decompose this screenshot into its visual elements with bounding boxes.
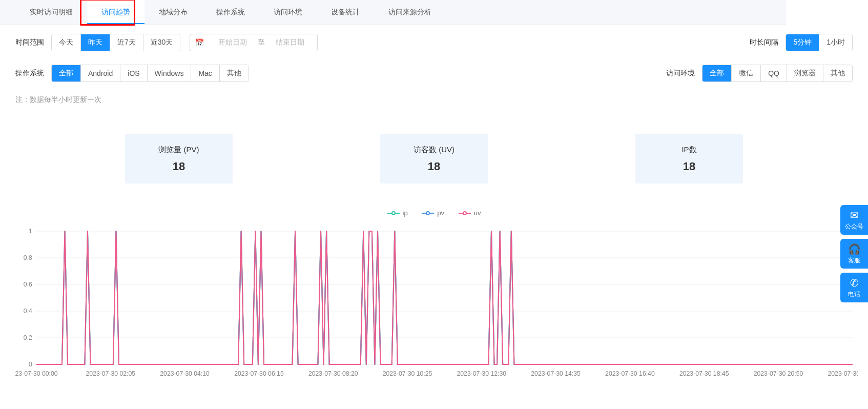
svg-text:0.8: 0.8	[24, 254, 32, 261]
os-other[interactable]: 其他	[220, 65, 249, 81]
svg-text:23-07-30 00:00: 23-07-30 00:00	[15, 370, 58, 377]
os-windows[interactable]: Windows	[148, 65, 192, 81]
svg-text:2023-07-30 06:15: 2023-07-30 06:15	[234, 370, 284, 377]
wechat-icon: ✉	[850, 209, 859, 221]
env-label: 访问环境	[666, 69, 695, 78]
float-wechat[interactable]: ✉公众号	[840, 205, 868, 235]
os-ios[interactable]: iOS	[120, 65, 147, 81]
stats-row: 浏览量 (PV) 18 访客数 (UV) 18 IP数 18	[0, 114, 868, 194]
chart-legend: ip pv uv	[10, 209, 858, 218]
refresh-note: 注：数据每半小时更新一次	[0, 86, 868, 114]
os-mac[interactable]: Mac	[191, 65, 219, 81]
float-service[interactable]: 🎧客服	[840, 239, 868, 269]
env-browser[interactable]: 浏览器	[787, 65, 823, 81]
svg-text:2023-07-30 18:45: 2023-07-30 18:45	[679, 370, 729, 377]
analytics-tabs: 实时访问明细 访问趋势 地域分布 操作系统 访问环境 设备统计 访问来源分析	[0, 0, 786, 25]
stat-pv-label: 浏览量 (PV)	[158, 145, 199, 155]
legend-ip[interactable]: ip	[387, 209, 408, 217]
os-group: 全部 Android iOS Windows Mac 其他	[51, 65, 249, 82]
interval-5min[interactable]: 5分钟	[786, 34, 819, 51]
date-separator: 至	[255, 38, 268, 47]
svg-text:2023-07-30 02:05: 2023-07-30 02:05	[86, 370, 136, 377]
svg-text:2023-07-30 20:50: 2023-07-30 20:50	[754, 370, 803, 377]
env-wechat[interactable]: 微信	[732, 65, 761, 81]
tab-trend[interactable]: 访问趋势	[87, 0, 144, 24]
phone-icon: ✆	[850, 277, 859, 289]
os-label: 操作系统	[15, 69, 51, 78]
stat-uv: 访客数 (UV) 18	[380, 134, 488, 183]
start-date-placeholder: 开始日期	[210, 38, 255, 47]
stat-ip-value: 18	[683, 160, 695, 173]
stat-uv-value: 18	[428, 160, 440, 173]
svg-text:2023-07-30 22:55: 2023-07-30 22:55	[828, 370, 858, 377]
os-all[interactable]: 全部	[52, 65, 81, 81]
tab-os[interactable]: 操作系统	[202, 0, 259, 24]
stat-ip-label: IP数	[681, 145, 696, 155]
stat-ip: IP数 18	[635, 134, 743, 183]
range-last7[interactable]: 近7天	[110, 34, 143, 51]
env-qq[interactable]: QQ	[761, 65, 787, 81]
date-range-picker[interactable]: 📅 开始日期 至 结束日期	[190, 34, 318, 51]
svg-text:2023-07-30 08:20: 2023-07-30 08:20	[308, 370, 358, 377]
stat-uv-label: 访客数 (UV)	[414, 145, 454, 155]
trend-chart: 00.20.40.60.8123-07-30 00:002023-07-30 0…	[10, 226, 858, 380]
headset-icon: 🎧	[848, 243, 861, 255]
range-yesterday[interactable]: 昨天	[81, 34, 110, 51]
tab-realtime[interactable]: 实时访问明细	[15, 0, 87, 24]
float-phone[interactable]: ✆电话	[840, 273, 868, 302]
svg-text:2023-07-30 10:25: 2023-07-30 10:25	[383, 370, 432, 377]
interval-group: 5分钟 1小时	[786, 34, 853, 51]
interval-label: 时长间隔	[750, 38, 778, 47]
stat-pv: 浏览量 (PV) 18	[125, 134, 233, 183]
env-other[interactable]: 其他	[823, 65, 852, 81]
svg-text:0: 0	[29, 361, 32, 368]
svg-text:1: 1	[29, 228, 32, 235]
range-today[interactable]: 今天	[52, 34, 81, 51]
svg-text:2023-07-30 04:10: 2023-07-30 04:10	[160, 370, 210, 377]
svg-text:0.4: 0.4	[24, 308, 32, 315]
env-group: 全部 微信 QQ 浏览器 其他	[702, 65, 853, 82]
svg-text:0.2: 0.2	[24, 334, 32, 341]
time-range-label: 时间范围	[15, 38, 51, 47]
svg-text:0.6: 0.6	[24, 281, 32, 288]
time-range-group: 今天 昨天 近7天 近30天	[51, 34, 180, 51]
svg-text:2023-07-30 16:40: 2023-07-30 16:40	[605, 370, 655, 377]
tab-env[interactable]: 访问环境	[259, 0, 317, 24]
legend-pv[interactable]: pv	[422, 209, 444, 217]
legend-uv[interactable]: uv	[459, 209, 481, 217]
stat-pv-value: 18	[173, 160, 185, 173]
tab-device[interactable]: 设备统计	[317, 0, 374, 24]
os-android[interactable]: Android	[81, 65, 120, 81]
tab-referrer[interactable]: 访问来源分析	[374, 0, 446, 24]
env-all[interactable]: 全部	[702, 65, 732, 81]
svg-text:2023-07-30 12:30: 2023-07-30 12:30	[457, 370, 507, 377]
end-date-placeholder: 结束日期	[268, 38, 313, 47]
calendar-icon: 📅	[195, 38, 204, 47]
tab-region[interactable]: 地域分布	[144, 0, 202, 24]
svg-text:2023-07-30 14:35: 2023-07-30 14:35	[531, 370, 581, 377]
interval-1hour[interactable]: 1小时	[819, 34, 852, 51]
range-last30[interactable]: 近30天	[143, 34, 180, 51]
